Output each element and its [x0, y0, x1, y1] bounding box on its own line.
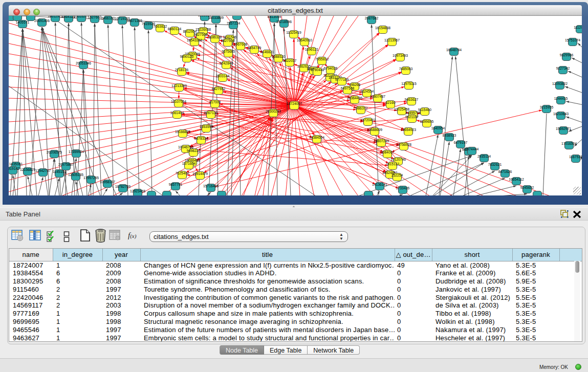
svg-text:20691406: 20691406 — [34, 19, 50, 23]
svg-text:1353594: 1353594 — [200, 125, 213, 128]
svg-text:19166829: 19166829 — [175, 130, 190, 134]
svg-text:17957255: 17957255 — [83, 176, 99, 180]
svg-text:19218596: 19218596 — [276, 20, 292, 24]
svg-text:12505135: 12505135 — [68, 173, 83, 177]
svg-text:7357224: 7357224 — [227, 21, 241, 25]
svg-text:1112054: 1112054 — [574, 26, 582, 29]
svg-text:8860124: 8860124 — [168, 27, 182, 31]
svg-text:16210643: 16210643 — [553, 112, 569, 116]
svg-text:10688609: 10688609 — [367, 128, 382, 132]
svg-text:20364436: 20364436 — [347, 96, 362, 100]
svg-text:7986372: 7986372 — [354, 106, 368, 110]
svg-text:18724007: 18724007 — [287, 102, 302, 105]
svg-text:12923468: 12923468 — [130, 189, 145, 193]
svg-text:5822037: 5822037 — [283, 59, 297, 62]
svg-text:6699695: 6699695 — [420, 120, 434, 123]
svg-text:20975867: 20975867 — [58, 163, 74, 166]
svg-text:16648784: 16648784 — [446, 48, 462, 52]
svg-text:3919147: 3919147 — [9, 167, 19, 170]
svg-text:9777169: 9777169 — [335, 78, 349, 81]
svg-text:10120746: 10120746 — [390, 158, 406, 161]
svg-text:9827508: 9827508 — [221, 39, 235, 42]
svg-text:10654112: 10654112 — [509, 178, 524, 181]
svg-text:9084067: 9084067 — [381, 150, 395, 154]
svg-text:8427552: 8427552 — [212, 87, 226, 91]
svg-text:3624554: 3624554 — [360, 90, 374, 93]
svg-text:7625402: 7625402 — [176, 171, 189, 175]
svg-text:2935114: 2935114 — [477, 155, 491, 158]
svg-text:6479197: 6479197 — [454, 141, 468, 144]
svg-text:9498222: 9498222 — [187, 149, 201, 152]
svg-text:26300243: 26300243 — [266, 110, 281, 113]
svg-text:14136141: 14136141 — [372, 183, 387, 186]
svg-text:1527602: 1527602 — [88, 16, 102, 19]
svg-text:1244415: 1244415 — [554, 97, 568, 100]
svg-text:8267130: 8267130 — [204, 111, 218, 115]
svg-text:1640954: 1640954 — [431, 126, 445, 130]
svg-text:1571604: 1571604 — [182, 162, 196, 165]
svg-text:8186328: 8186328 — [208, 35, 222, 39]
svg-text:8454749: 8454749 — [248, 46, 262, 50]
svg-text:62160: 62160 — [386, 101, 396, 104]
svg-text:9241546: 9241546 — [223, 35, 237, 39]
svg-text:16495796: 16495796 — [405, 111, 421, 115]
svg-text:15692971: 15692971 — [556, 127, 571, 130]
svg-text:1815112: 1815112 — [386, 162, 399, 166]
svg-text:16107554: 16107554 — [171, 100, 186, 103]
svg-text:7832621: 7832621 — [488, 163, 502, 166]
svg-text:20206575: 20206575 — [47, 150, 62, 154]
svg-text:9227342: 9227342 — [556, 67, 570, 70]
svg-text:12093822: 12093822 — [552, 82, 568, 85]
svg-text:9329966: 9329966 — [560, 53, 574, 57]
svg-text:7485063: 7485063 — [399, 67, 413, 71]
svg-text:6794028: 6794028 — [324, 67, 338, 70]
svg-text:2803144: 2803144 — [216, 74, 230, 78]
svg-text:1974444: 1974444 — [465, 147, 479, 151]
svg-text:1588520: 1588520 — [272, 55, 286, 58]
svg-text:10025458: 10025458 — [394, 107, 409, 111]
svg-text:10653267: 10653267 — [74, 16, 89, 18]
svg-text:9921107: 9921107 — [405, 115, 419, 119]
svg-text:2087682: 2087682 — [365, 16, 379, 20]
svg-text:18807249: 18807249 — [374, 139, 389, 143]
svg-text:2967608: 2967608 — [234, 42, 248, 46]
svg-text:12213369: 12213369 — [171, 84, 187, 87]
svg-text:19756928: 19756928 — [396, 143, 411, 146]
svg-text:9857791: 9857791 — [169, 183, 183, 186]
svg-text:16914479: 16914479 — [192, 172, 208, 176]
svg-text:17016504: 17016504 — [561, 142, 577, 145]
svg-text:16782759: 16782759 — [115, 185, 130, 188]
svg-text:15720407: 15720407 — [360, 118, 376, 122]
svg-text:7955812: 7955812 — [315, 57, 329, 61]
svg-text:10046756: 10046756 — [178, 145, 193, 149]
svg-text:20053346: 20053346 — [76, 61, 91, 65]
svg-text:3215955: 3215955 — [540, 105, 554, 109]
svg-text:10807487: 10807487 — [370, 95, 385, 98]
svg-text:6790448: 6790448 — [311, 68, 324, 72]
svg-text:15751074: 15751074 — [565, 38, 580, 42]
svg-text:16640910: 16640910 — [297, 38, 312, 42]
svg-text:6497568: 6497568 — [341, 86, 355, 90]
svg-text:1405571: 1405571 — [16, 20, 30, 24]
svg-text:16154838: 16154838 — [375, 26, 390, 30]
svg-text:1167533: 1167533 — [569, 155, 582, 159]
svg-text:8938923: 8938923 — [443, 134, 456, 137]
svg-text:3675685: 3675685 — [222, 50, 235, 53]
svg-text:16543382: 16543382 — [187, 38, 202, 42]
svg-text:12213967: 12213967 — [384, 38, 400, 42]
svg-text:11325419: 11325419 — [286, 31, 301, 34]
svg-text:8813054: 8813054 — [268, 16, 281, 18]
svg-text:12156829: 12156829 — [20, 168, 35, 171]
svg-text:2718176: 2718176 — [175, 68, 189, 72]
svg-text:1061404: 1061404 — [170, 111, 184, 115]
svg-text:10973493: 10973493 — [393, 54, 408, 57]
svg-text:1696121: 1696121 — [305, 48, 319, 51]
svg-text:8471626: 8471626 — [498, 170, 512, 173]
svg-text:16671355: 16671355 — [127, 19, 142, 23]
svg-text:1145154: 1145154 — [53, 170, 66, 173]
svg-text:12975115: 12975115 — [401, 82, 417, 85]
svg-text:17359924: 17359924 — [69, 150, 84, 154]
svg-text:1435061: 1435061 — [9, 162, 23, 166]
svg-text:15226058: 15226058 — [195, 28, 211, 31]
svg-text:8878334: 8878334 — [194, 137, 208, 140]
